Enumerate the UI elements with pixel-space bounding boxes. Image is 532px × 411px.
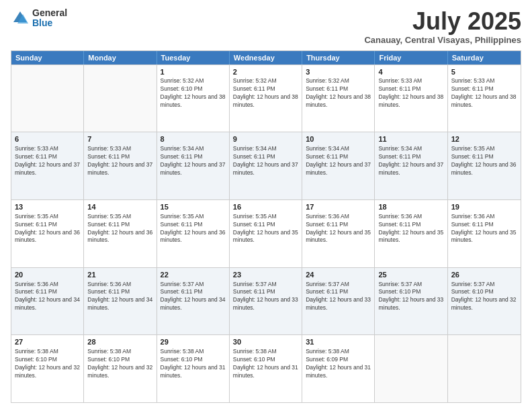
calendar-cell: 22Sunrise: 5:37 AMSunset: 6:11 PMDayligh… xyxy=(157,268,230,335)
day-number: 12 xyxy=(451,134,517,144)
day-info: Sunrise: 5:33 AMSunset: 6:11 PMDaylight:… xyxy=(15,145,80,177)
calendar-cell xyxy=(375,335,447,402)
day-info: Sunrise: 5:35 AMSunset: 6:11 PMDaylight:… xyxy=(451,145,517,177)
calendar-cell: 25Sunrise: 5:37 AMSunset: 6:10 PMDayligh… xyxy=(375,268,447,335)
calendar-cell: 3Sunrise: 5:32 AMSunset: 6:11 PMDaylight… xyxy=(302,65,375,132)
day-info: Sunrise: 5:32 AMSunset: 6:11 PMDaylight:… xyxy=(233,77,298,109)
calendar-cell xyxy=(448,335,521,402)
calendar-cell: 19Sunrise: 5:36 AMSunset: 6:11 PMDayligh… xyxy=(448,200,521,267)
calendar-body: 1Sunrise: 5:32 AMSunset: 6:10 PMDaylight… xyxy=(11,64,521,402)
day-number: 21 xyxy=(87,270,152,280)
day-number: 23 xyxy=(233,270,298,280)
day-number: 25 xyxy=(378,270,443,280)
calendar-cell: 18Sunrise: 5:36 AMSunset: 6:11 PMDayligh… xyxy=(375,200,447,267)
day-info: Sunrise: 5:37 AMSunset: 6:11 PMDaylight:… xyxy=(161,281,226,313)
calendar-cell: 30Sunrise: 5:38 AMSunset: 6:10 PMDayligh… xyxy=(230,335,302,402)
day-info: Sunrise: 5:36 AMSunset: 6:11 PMDaylight:… xyxy=(306,213,371,245)
day-number: 18 xyxy=(378,202,443,212)
calendar-cell: 20Sunrise: 5:36 AMSunset: 6:11 PMDayligh… xyxy=(11,268,84,335)
day-info: Sunrise: 5:38 AMSunset: 6:09 PMDaylight:… xyxy=(306,348,371,380)
calendar-cell: 12Sunrise: 5:35 AMSunset: 6:11 PMDayligh… xyxy=(448,132,521,199)
logo-icon xyxy=(11,9,30,28)
calendar-cell: 21Sunrise: 5:36 AMSunset: 6:11 PMDayligh… xyxy=(84,268,157,335)
calendar-cell: 16Sunrise: 5:35 AMSunset: 6:11 PMDayligh… xyxy=(230,200,302,267)
day-info: Sunrise: 5:38 AMSunset: 6:10 PMDaylight:… xyxy=(87,348,152,380)
calendar: SundayMondayTuesdayWednesdayThursdayFrid… xyxy=(11,50,521,403)
calendar-cell: 23Sunrise: 5:37 AMSunset: 6:11 PMDayligh… xyxy=(230,268,302,335)
logo-blue-text: Blue xyxy=(32,18,67,28)
day-number: 6 xyxy=(15,134,80,144)
title-block: July 2025 Canauay, Central Visayas, Phil… xyxy=(364,8,521,45)
weekday-header-thursday: Thursday xyxy=(302,51,375,64)
day-info: Sunrise: 5:38 AMSunset: 6:10 PMDaylight:… xyxy=(233,348,298,380)
day-number: 30 xyxy=(233,337,298,347)
calendar-cell: 14Sunrise: 5:35 AMSunset: 6:11 PMDayligh… xyxy=(84,200,157,267)
day-info: Sunrise: 5:38 AMSunset: 6:10 PMDaylight:… xyxy=(161,348,226,380)
calendar-cell: 28Sunrise: 5:38 AMSunset: 6:10 PMDayligh… xyxy=(84,335,157,402)
day-info: Sunrise: 5:34 AMSunset: 6:11 PMDaylight:… xyxy=(378,145,443,177)
calendar-cell: 4Sunrise: 5:33 AMSunset: 6:11 PMDaylight… xyxy=(375,65,447,132)
day-info: Sunrise: 5:36 AMSunset: 6:11 PMDaylight:… xyxy=(87,281,152,313)
calendar-cell: 6Sunrise: 5:33 AMSunset: 6:11 PMDaylight… xyxy=(11,132,84,199)
calendar-cell: 5Sunrise: 5:33 AMSunset: 6:11 PMDaylight… xyxy=(448,65,521,132)
calendar-cell: 26Sunrise: 5:37 AMSunset: 6:10 PMDayligh… xyxy=(448,268,521,335)
day-info: Sunrise: 5:37 AMSunset: 6:11 PMDaylight:… xyxy=(306,281,371,313)
day-info: Sunrise: 5:36 AMSunset: 6:11 PMDaylight:… xyxy=(378,213,443,245)
day-number: 17 xyxy=(306,202,371,212)
logo: General Blue xyxy=(11,8,67,29)
day-number: 4 xyxy=(378,67,443,77)
day-info: Sunrise: 5:37 AMSunset: 6:10 PMDaylight:… xyxy=(451,281,517,313)
calendar-row-3: 13Sunrise: 5:35 AMSunset: 6:11 PMDayligh… xyxy=(11,199,521,267)
day-number: 19 xyxy=(451,202,517,212)
day-info: Sunrise: 5:34 AMSunset: 6:11 PMDaylight:… xyxy=(306,145,371,177)
weekday-header-tuesday: Tuesday xyxy=(157,51,230,64)
day-info: Sunrise: 5:36 AMSunset: 6:11 PMDaylight:… xyxy=(15,281,80,313)
day-number: 16 xyxy=(233,202,298,212)
day-info: Sunrise: 5:35 AMSunset: 6:11 PMDaylight:… xyxy=(161,213,226,245)
day-info: Sunrise: 5:35 AMSunset: 6:11 PMDaylight:… xyxy=(15,213,80,245)
weekday-header-sunday: Sunday xyxy=(11,51,84,64)
day-number: 13 xyxy=(15,202,80,212)
day-info: Sunrise: 5:33 AMSunset: 6:11 PMDaylight:… xyxy=(87,145,152,177)
day-number: 7 xyxy=(87,134,152,144)
day-info: Sunrise: 5:32 AMSunset: 6:10 PMDaylight:… xyxy=(161,77,226,109)
calendar-cell: 13Sunrise: 5:35 AMSunset: 6:11 PMDayligh… xyxy=(11,200,84,267)
day-number: 11 xyxy=(378,134,443,144)
day-number: 10 xyxy=(306,134,371,144)
day-number: 14 xyxy=(87,202,152,212)
calendar-cell: 11Sunrise: 5:34 AMSunset: 6:11 PMDayligh… xyxy=(375,132,447,199)
day-number: 31 xyxy=(306,337,371,347)
day-info: Sunrise: 5:33 AMSunset: 6:11 PMDaylight:… xyxy=(378,77,443,109)
day-number: 8 xyxy=(161,134,226,144)
day-info: Sunrise: 5:35 AMSunset: 6:11 PMDaylight:… xyxy=(233,213,298,245)
day-number: 20 xyxy=(15,270,80,280)
day-info: Sunrise: 5:34 AMSunset: 6:11 PMDaylight:… xyxy=(233,145,298,177)
logo-text: General Blue xyxy=(32,8,67,29)
calendar-row-4: 20Sunrise: 5:36 AMSunset: 6:11 PMDayligh… xyxy=(11,267,521,335)
day-number: 22 xyxy=(161,270,226,280)
day-number: 3 xyxy=(306,67,371,77)
calendar-row-2: 6Sunrise: 5:33 AMSunset: 6:11 PMDaylight… xyxy=(11,132,521,199)
day-number: 27 xyxy=(15,337,80,347)
subtitle: Canauay, Central Visayas, Philippines xyxy=(364,35,521,45)
calendar-cell: 9Sunrise: 5:34 AMSunset: 6:11 PMDaylight… xyxy=(230,132,302,199)
day-info: Sunrise: 5:36 AMSunset: 6:11 PMDaylight:… xyxy=(451,213,517,245)
day-info: Sunrise: 5:38 AMSunset: 6:10 PMDaylight:… xyxy=(15,348,80,380)
day-number: 29 xyxy=(161,337,226,347)
day-number: 2 xyxy=(233,67,298,77)
logo-general-text: General xyxy=(32,8,67,18)
calendar-cell: 31Sunrise: 5:38 AMSunset: 6:09 PMDayligh… xyxy=(302,335,375,402)
day-info: Sunrise: 5:37 AMSunset: 6:10 PMDaylight:… xyxy=(378,281,443,313)
calendar-cell: 7Sunrise: 5:33 AMSunset: 6:11 PMDaylight… xyxy=(84,132,157,199)
calendar-cell: 29Sunrise: 5:38 AMSunset: 6:10 PMDayligh… xyxy=(157,335,230,402)
weekday-header-wednesday: Wednesday xyxy=(230,51,302,64)
day-info: Sunrise: 5:34 AMSunset: 6:11 PMDaylight:… xyxy=(161,145,226,177)
weekday-header-friday: Friday xyxy=(375,51,447,64)
day-number: 5 xyxy=(451,67,517,77)
weekday-header-saturday: Saturday xyxy=(448,51,521,64)
calendar-cell xyxy=(84,65,157,132)
day-info: Sunrise: 5:35 AMSunset: 6:11 PMDaylight:… xyxy=(87,213,152,245)
day-info: Sunrise: 5:32 AMSunset: 6:11 PMDaylight:… xyxy=(306,77,371,109)
day-info: Sunrise: 5:37 AMSunset: 6:11 PMDaylight:… xyxy=(233,281,298,313)
calendar-cell: 17Sunrise: 5:36 AMSunset: 6:11 PMDayligh… xyxy=(302,200,375,267)
